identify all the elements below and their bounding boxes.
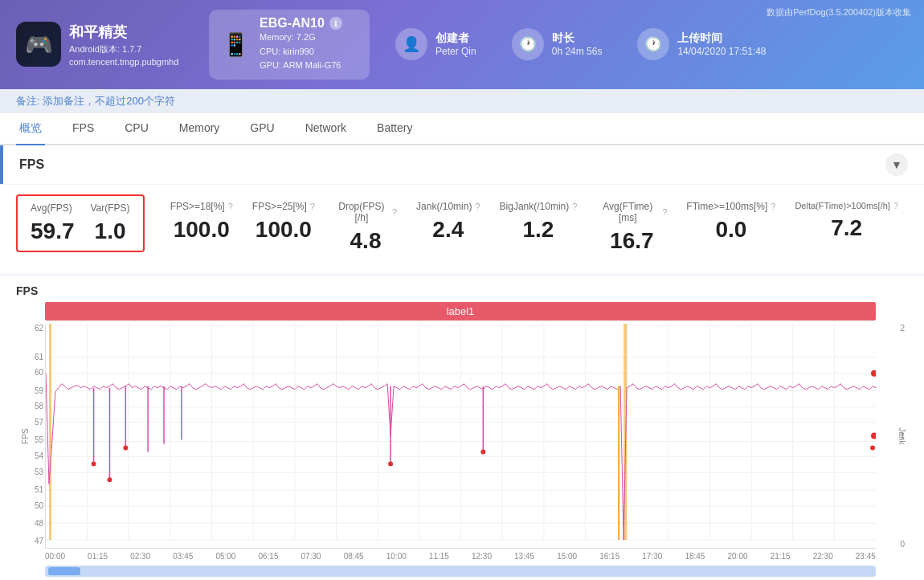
duration-icon: 🕐 [512,28,544,60]
bigjank-info-icon[interactable]: ? [572,202,577,211]
tab-overview[interactable]: 概览 [16,113,45,145]
avg-fps-value: 59.7 [31,219,75,244]
jank-stat: Jank(/10min) ? 2.4 [407,194,489,249]
x-label-9: 11:15 [429,552,449,561]
x-label-3: 03:45 [173,552,193,561]
x-label-10: 12:30 [472,552,492,561]
app-name: 和平精英 [69,22,178,42]
duration-section: 🕐 时长 0h 24m 56s [502,25,612,63]
tab-memory[interactable]: Memory [176,113,223,145]
app-version: Android版本: 1.7.7 [69,43,178,55]
x-label-8: 10:00 [386,552,407,561]
svg-point-45 [123,445,128,450]
chart-scrollbar[interactable] [45,566,876,577]
tab-fps[interactable]: FPS [69,113,97,145]
x-label-17: 21:15 [771,552,791,561]
bigjank-value: 1.2 [500,217,578,243]
x-label-6: 07:30 [301,552,321,561]
tab-cpu[interactable]: CPU [121,113,152,145]
fps-18-value: 100.0 [170,217,233,243]
avg-ftime-label: Avg(FTime)[ms] ? [596,201,667,223]
fps-section-header: FPS ▼ [0,145,924,184]
ftime-100ms-stat: FTime>=100ms[%] ? 0.0 [677,194,785,249]
x-label-1: 01:15 [88,552,108,561]
main-content: FPS ▼ Avg(FPS) 59.7 Var(FPS) 1.0 FPS>=18… [0,145,924,580]
upload-icon: 🕐 [637,28,669,60]
jank-info-icon[interactable]: ? [475,202,480,211]
x-label-7: 08:45 [344,552,364,561]
fps-chart-label-row: FPS [16,284,908,297]
delta-ftime-value: 7.2 [795,215,898,241]
notes-bar: 备注: 添加备注，不超过200个字符 [0,89,924,113]
creator-label: 创建者 [435,31,476,46]
device-cpu: CPU: kirin990 [260,45,342,59]
x-label-13: 16:15 [599,552,619,561]
drop-fps-info-icon[interactable]: ? [392,207,397,217]
fps-chart-svg-area[interactable] [45,324,876,549]
delta-ftime-info-icon[interactable]: ? [893,201,898,210]
svg-point-47 [480,449,485,454]
fps-18-label: FPS>=18[%] ? [170,201,233,212]
x-label-5: 06:15 [258,552,278,561]
device-icon: 📱 [222,31,250,58]
device-section: 📱 EBG-AN10 ℹ Memory: 7.2G CPU: kirin990 … [209,10,370,80]
bigjank-stat: BigJank(/10min) ? 1.2 [490,194,587,249]
fps-18-info-icon[interactable]: ? [228,202,233,211]
ftime-100ms-value: 0.0 [686,217,775,243]
fps-highlighted-stats: Avg(FPS) 59.7 Var(FPS) 1.0 [16,194,145,252]
x-axis-labels: 00:00 01:15 02:30 03:45 05:00 06:15 07:3… [16,552,908,561]
svg-point-46 [388,461,393,466]
avg-fps-stat: Avg(FPS) 59.7 [31,202,75,244]
device-memory: Memory: 7.2G [260,31,342,45]
scrollbar-thumb[interactable] [48,567,80,575]
ftime-100ms-label: FTime>=100ms[%] ? [686,201,775,212]
drop-fps-label: Drop(FPS)[/h] ? [334,201,397,223]
fps-chart-area: 62 61 60 59 58 57 55 54 53 51 50 48 47 F… [16,324,908,549]
y-axis-right: 2 1 0 Jank [876,324,908,549]
creator-section: 👤 创建者 Peter Qin [386,25,486,63]
x-label-18: 22:30 [813,552,833,561]
var-fps-label: Var(FPS) [91,202,130,214]
x-label-15: 18:45 [685,552,705,561]
svg-point-48 [870,445,875,450]
fps-svg [46,324,876,548]
tab-network[interactable]: Network [302,113,350,145]
creator-icon: 👤 [395,28,427,60]
upload-label: 上传时间 [677,31,766,46]
x-label-14: 17:30 [642,552,662,561]
fps-chart-label: FPS [16,284,38,297]
x-label-0: 00:00 [45,552,65,561]
svg-rect-33 [49,324,51,540]
tab-gpu[interactable]: GPU [247,113,277,145]
x-label-4: 05:00 [215,552,235,561]
jank-label: Jank(/10min) ? [416,201,480,212]
app-header: 🎮 和平精英 Android版本: 1.7.7 com.tencent.tmgp… [0,0,924,89]
device-info-icon[interactable]: ℹ [329,17,342,30]
fps-25-stat: FPS>=25[%] ? 100.0 [243,194,325,249]
upload-value: 14/04/2020 17:51:48 [677,46,766,57]
avg-ftime-info-icon[interactable]: ? [662,207,667,217]
fps-25-info-icon[interactable]: ? [310,202,315,211]
fps-chart-container: FPS label1 62 61 60 59 58 57 55 54 53 [0,276,924,580]
avg-fps-label: Avg(FPS) [31,202,75,214]
creator-value: Peter Qin [435,46,476,57]
data-source: 数据由PerfDog(3.5.200402)版本收集 [767,6,911,18]
fps-legend-bar: label1 [45,302,876,321]
device-gpu: GPU: ARM Mali-G76 [260,59,342,73]
svg-point-43 [92,461,96,466]
svg-point-44 [107,477,112,482]
tab-battery[interactable]: Battery [374,113,415,145]
device-model: EBG-AN10 [260,16,325,31]
nav-tabs: 概览 FPS CPU Memory GPU Network Battery [0,113,924,145]
duration-value: 0h 24m 56s [552,46,603,57]
x-label-12: 15:00 [557,552,577,561]
ftime-100ms-info-icon[interactable]: ? [771,202,775,211]
fps-section-title: FPS [19,157,44,172]
duration-label: 时长 [552,31,603,46]
fps-collapse-button[interactable]: ▼ [885,153,908,176]
y-axis-left: 62 61 60 59 58 57 55 54 53 51 50 48 47 F… [16,324,45,549]
notes-add-link[interactable]: 添加备注，不超过200个字符 [43,95,175,107]
bigjank-label: BigJank(/10min) ? [500,201,578,212]
fps-25-value: 100.0 [252,217,315,243]
upload-section: 🕐 上传时间 14/04/2020 17:51:48 [628,25,775,63]
